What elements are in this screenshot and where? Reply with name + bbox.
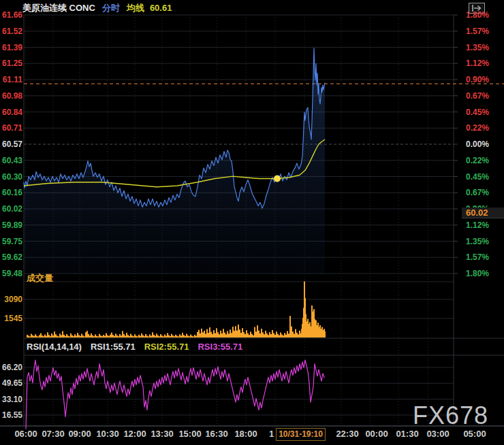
price-axis-label: 60.98 <box>0 91 22 101</box>
time-label: 03:00 <box>419 429 457 439</box>
volume-bar <box>185 336 186 337</box>
volume-bar <box>106 333 107 337</box>
volume-bar <box>264 334 265 337</box>
volume-bar <box>110 335 111 337</box>
volume-bar <box>251 334 253 337</box>
volume-bar <box>138 335 140 337</box>
volume-bar <box>202 333 204 337</box>
rsi-axis-label: 33.10 <box>0 395 22 404</box>
volume-bar <box>216 328 217 337</box>
price-axis-label: 59.75 <box>0 237 22 246</box>
rsi1-value-label: RSI1:55.71 <box>91 342 136 352</box>
volume-bar <box>81 334 82 337</box>
volume-bar <box>287 331 288 337</box>
volume-bar <box>298 334 299 337</box>
volume-bar <box>294 334 295 337</box>
volume-bar <box>72 335 73 337</box>
ma-legend-label[interactable]: 均线 <box>127 3 144 13</box>
price-axis-label: 59.48 <box>0 269 22 278</box>
volume-bar <box>246 330 247 337</box>
volume-bar <box>187 335 189 337</box>
volume-bar <box>157 335 159 337</box>
volume-bar <box>223 329 224 337</box>
volume-bar <box>197 332 198 337</box>
volume-bar <box>84 336 85 337</box>
volume-bar <box>265 331 266 337</box>
volume-bar <box>114 336 115 337</box>
volume-bar <box>193 336 194 337</box>
volume-bar <box>36 335 37 337</box>
volume-bar <box>97 336 99 337</box>
rsi-param-label[interactable]: RSI(14,14,14) <box>27 342 82 352</box>
intraday-chart-window: 美原油连续 CONC分时均线60.61 61.6661.5261.3961.25… <box>0 0 504 445</box>
volume-axis-label: 1545 <box>0 314 22 323</box>
volume-bar <box>212 334 213 337</box>
volume-bar <box>137 336 138 337</box>
chart-header: 美原油连续 CONC分时均线60.61 <box>22 2 178 14</box>
volume-bar <box>65 336 66 337</box>
volume-bar <box>58 336 59 337</box>
volume-bar <box>86 331 88 337</box>
price-axis-label: 60.84 <box>0 108 22 117</box>
volume-bar <box>170 336 171 337</box>
volume-bar <box>296 333 298 337</box>
price-marker-badge: 60.02 <box>462 208 504 218</box>
volume-bar <box>299 331 300 337</box>
volume-bar <box>118 336 119 337</box>
volume-bar <box>52 335 54 337</box>
price-axis-label: 60.43 <box>0 156 22 165</box>
volume-bar <box>213 330 215 337</box>
volume-bar <box>210 332 212 337</box>
volume-bar <box>67 335 69 337</box>
volume-bar <box>107 335 108 337</box>
volume-bar <box>295 329 296 337</box>
volume-bar <box>253 335 254 337</box>
volume-bar <box>85 332 86 337</box>
volume-bar <box>283 335 284 337</box>
volume-bar <box>82 335 84 337</box>
volume-bar <box>261 329 262 337</box>
volume-bar <box>55 334 57 337</box>
volume-bar <box>230 329 231 337</box>
crosshair-time-tooltip: 10/31-19:10 <box>276 428 326 441</box>
volume-bar <box>172 335 174 337</box>
volume-bar <box>50 336 51 337</box>
volume-bar <box>182 333 183 337</box>
time-label-partial: 1 <box>269 429 274 439</box>
percent-axis-label: 1.35% <box>466 43 504 52</box>
volume-bar <box>289 316 291 337</box>
volume-bar <box>47 332 48 337</box>
volume-bar <box>69 336 70 337</box>
volume-bar <box>292 331 294 337</box>
volume-bar <box>235 326 236 337</box>
volume-bar <box>171 334 172 337</box>
watermark: FX678 <box>413 401 488 430</box>
volume-bar <box>80 336 81 337</box>
volume-bar <box>166 336 167 337</box>
volume-bar <box>268 335 269 337</box>
volume-bar <box>198 330 200 337</box>
price-axis-label: 61.25 <box>0 59 22 68</box>
rsi-axis-label: 66.20 <box>0 363 22 372</box>
volume-bar <box>176 335 178 337</box>
volume-bar <box>44 335 46 337</box>
tab-intraday[interactable]: 分时 <box>102 3 120 13</box>
volume-bar <box>73 336 74 337</box>
volume-bar <box>74 334 76 337</box>
volume-bar <box>234 331 235 337</box>
volume-bar <box>66 334 67 337</box>
volume-bar <box>35 334 36 337</box>
volume-bar <box>183 335 185 337</box>
volume-bar <box>100 335 101 337</box>
volume-bar <box>206 329 208 337</box>
volume-bar <box>215 333 216 337</box>
percent-axis-label: 0.22% <box>466 123 504 133</box>
volume-bar <box>164 335 166 337</box>
volume-bar <box>279 335 280 337</box>
volume-bar <box>200 333 201 337</box>
price-axis-label: 60.71 <box>0 123 22 133</box>
volume-bar <box>37 337 39 337</box>
volume-bar <box>108 336 110 337</box>
volume-bar <box>146 335 148 337</box>
rsi3-value-label: RSI3:55.71 <box>198 342 242 352</box>
